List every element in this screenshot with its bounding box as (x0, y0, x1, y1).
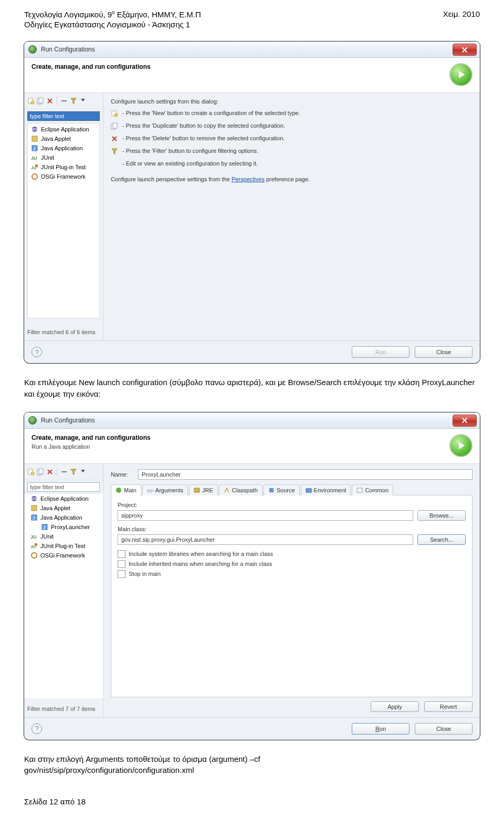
tree-item[interactable]: JUnit Plug-in Test (40, 543, 85, 549)
new-icon[interactable] (27, 97, 35, 105)
jre-tab-icon (194, 487, 200, 493)
tab-classpath[interactable]: Classpath (219, 484, 262, 495)
svg-marker-21 (112, 149, 117, 154)
filter-status: Filter matched 7 of 7 items (24, 698, 103, 717)
tab-main[interactable]: Main (111, 484, 141, 495)
config-tree[interactable]: Eclipse Application Java Applet JJava Ap… (24, 494, 103, 698)
tab-jre[interactable]: JRE (189, 484, 218, 495)
applet-icon (30, 504, 38, 512)
tab-arguments[interactable]: (x)=Arguments (142, 484, 188, 495)
svg-point-18 (114, 113, 118, 117)
tree-item[interactable]: Java Application (40, 514, 82, 521)
tree-item[interactable]: Java Applet (41, 136, 71, 142)
close-button[interactable]: Close (415, 346, 472, 358)
tree-item[interactable]: ProxyLauncher (51, 524, 90, 530)
dropdown-icon[interactable] (79, 468, 87, 476)
env-tab-icon (306, 487, 312, 493)
classpath-tab-icon (224, 487, 230, 493)
instr-text: - Press the 'New' button to create a con… (122, 110, 300, 116)
tree-item[interactable]: OSGi Framework (41, 173, 86, 180)
tree-item[interactable]: OSGi Framework (40, 552, 85, 559)
include-syslibs-label: Include system libraries when searching … (129, 551, 273, 557)
tab-source[interactable]: Source (264, 484, 300, 495)
tree-item[interactable]: Java Applet (40, 505, 70, 511)
svg-marker-6 (71, 98, 76, 104)
main-class-input[interactable]: gov.nist.sip.proxy.gui.ProxyLauncher (118, 534, 413, 545)
search-button[interactable]: Search... (417, 534, 466, 545)
svg-point-8 (32, 127, 37, 132)
tree-item[interactable]: Eclipse Application (40, 495, 89, 502)
osgi-icon (30, 552, 38, 559)
filter-input[interactable]: type filter text (27, 482, 100, 492)
duplicate-icon[interactable] (37, 97, 44, 105)
run-button[interactable]: Run (352, 723, 410, 735)
apply-button[interactable]: Apply (371, 701, 419, 712)
name-input[interactable]: ProxyLauncher (138, 469, 472, 480)
close-button[interactable]: Close (415, 723, 472, 735)
tree-item[interactable]: JUnit (41, 154, 54, 161)
close-icon[interactable] (453, 44, 477, 56)
junit-plugin-icon: JU (30, 542, 38, 550)
svg-rect-45 (306, 489, 311, 492)
new-icon[interactable] (27, 468, 35, 476)
svg-marker-0 (459, 71, 465, 78)
tree-item[interactable]: Eclipse Application (41, 126, 89, 132)
dialog-title: Run Configurations (41, 417, 95, 424)
delete-icon[interactable] (46, 468, 54, 476)
svg-rect-44 (269, 488, 274, 492)
titlebar: Run Configurations (24, 412, 480, 429)
java-app-icon: J (30, 514, 38, 521)
project-label: Project: (118, 502, 466, 508)
tree-item[interactable]: JUnit Plug-in Test (41, 164, 86, 170)
svg-marker-28 (71, 469, 76, 474)
java-app-icon: J (41, 523, 48, 531)
args-tab-icon: (x)= (147, 487, 153, 493)
config-tree[interactable]: Eclipse Application Java Applet JJava Ap… (27, 123, 100, 318)
filter-icon[interactable] (70, 468, 77, 476)
delete-icon[interactable] (46, 97, 54, 105)
common-tab-icon (356, 487, 363, 493)
include-syslibs-checkbox[interactable] (118, 550, 125, 558)
tree-item[interactable]: JUnit (40, 533, 54, 540)
svg-rect-32 (32, 505, 37, 511)
stop-in-main-checkbox[interactable] (118, 570, 125, 578)
duplicate-icon[interactable] (37, 468, 44, 476)
svg-point-40 (32, 553, 37, 558)
help-icon[interactable]: ? (32, 347, 42, 357)
run-button[interactable]: Run (352, 346, 410, 358)
svg-rect-26 (39, 469, 43, 474)
java-app-icon: J (31, 144, 38, 152)
revert-button[interactable]: Revert (424, 701, 472, 712)
doc-header-line2: Οδηγίες Εγκατάστασης Λογισμικού - Άσκηση… (24, 20, 480, 29)
tab-common[interactable]: Common (352, 484, 393, 495)
svg-rect-5 (61, 100, 67, 101)
browse-button[interactable]: Browse... (417, 510, 466, 521)
collapse-icon[interactable] (60, 97, 68, 105)
svg-rect-27 (61, 471, 67, 472)
main-tab-icon (116, 487, 122, 493)
tree-item[interactable]: Java Application (41, 145, 83, 151)
help-icon[interactable]: ? (32, 724, 42, 734)
banner-title: Create, manage, and run configurations (32, 63, 151, 70)
tree-toolbar (24, 464, 103, 480)
filter-icon[interactable] (70, 97, 77, 105)
run-config-dialog-2: Run Configurations Create, manage, and r… (24, 412, 480, 740)
page-footer: Σελίδα 12 από 18 (24, 797, 480, 806)
perspectives-link[interactable]: Perspectives (232, 176, 265, 182)
close-icon[interactable] (453, 415, 477, 427)
junit-icon: JU (31, 154, 38, 161)
tab-environment[interactable]: Environment (301, 484, 351, 495)
include-inherited-checkbox[interactable] (118, 560, 125, 568)
perspectives-note: Configure launch perspective settings fr… (111, 176, 474, 182)
junit-icon: JU (30, 533, 38, 540)
osgi-icon (31, 173, 38, 180)
junit-plugin-icon: JU (31, 163, 38, 171)
dropdown-icon[interactable] (79, 97, 87, 105)
include-inherited-label: Include inherited mains when searching f… (129, 561, 272, 567)
project-input[interactable]: sipproxy (118, 510, 413, 521)
app-icon (28, 45, 37, 54)
filter-input[interactable]: type filter text (27, 111, 100, 121)
eclipse-icon (30, 495, 38, 502)
svg-point-24 (31, 472, 34, 475)
collapse-icon[interactable] (60, 468, 68, 476)
